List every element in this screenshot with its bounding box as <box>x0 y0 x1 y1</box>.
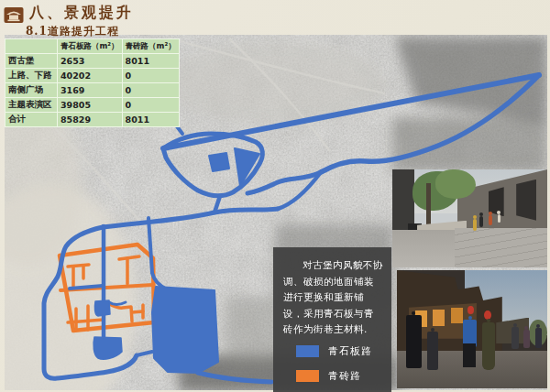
street-photo-day <box>392 169 547 267</box>
stone-road-swatch <box>296 345 319 357</box>
slide-page: 八、景观提升 8.1道路提升工程 <box>0 0 550 392</box>
row-label: 合计 <box>6 113 58 127</box>
stone-value: 3169 <box>58 83 123 98</box>
map-legend: 青石板路 青砖路 <box>283 344 383 383</box>
page-title: 八、景观提升 <box>29 4 134 23</box>
brick-value: 0 <box>122 98 179 113</box>
table-row-total: 合计 85829 8011 <box>6 113 180 127</box>
description-box: 对古堡内风貌不协调、破损的地面铺装进行更换和重新铺设，采用青石板与青砖作为街巷主… <box>273 247 391 392</box>
brick-road-swatch <box>296 370 319 382</box>
page-subtitle: 8.1道路提升工程 <box>26 24 134 39</box>
header-stone-road: 青石板路（m²） <box>58 39 123 54</box>
description-text: 对古堡内风貌不协调、破损的地面铺装进行更换和重新铺设，采用青石板与青砖作为街巷主… <box>283 257 383 338</box>
stone-value: 40202 <box>58 69 123 83</box>
table-row: 南侧广场 3169 0 <box>6 83 180 98</box>
brick-value: 0 <box>122 83 179 98</box>
brick-value: 0 <box>122 69 179 83</box>
stone-value: 85829 <box>58 113 123 127</box>
row-label: 西古堡 <box>6 54 58 69</box>
stone-value: 39805 <box>58 98 123 113</box>
street-photo-dusk <box>397 270 547 388</box>
table-row: 主题表演区 39805 0 <box>6 98 180 113</box>
brick-value: 8011 <box>122 54 179 69</box>
header-brick-road: 青砖路（m²） <box>122 39 179 54</box>
table-row: 西古堡 2653 8011 <box>6 54 180 69</box>
legend-label: 青砖路 <box>328 369 361 383</box>
table-header-row: 青石板路（m²） 青砖路（m²） <box>6 39 180 54</box>
road-area-table: 青石板路（m²） 青砖路（m²） 西古堡 2653 8011 上路、下路 402… <box>5 38 180 127</box>
brick-value: 8011 <box>122 113 179 127</box>
header-blank <box>6 39 58 54</box>
table-row: 上路、下路 40202 0 <box>6 69 180 83</box>
row-label: 南侧广场 <box>6 83 58 98</box>
pavilion-seal-icon <box>4 6 24 24</box>
legend-label: 青石板路 <box>328 344 372 358</box>
header: 八、景观提升 8.1道路提升工程 <box>4 4 134 39</box>
legend-item-stone: 青石板路 <box>296 344 383 358</box>
legend-item-brick: 青砖路 <box>296 369 383 383</box>
stone-value: 2653 <box>58 54 123 69</box>
row-label: 主题表演区 <box>6 98 58 113</box>
row-label: 上路、下路 <box>6 69 58 83</box>
